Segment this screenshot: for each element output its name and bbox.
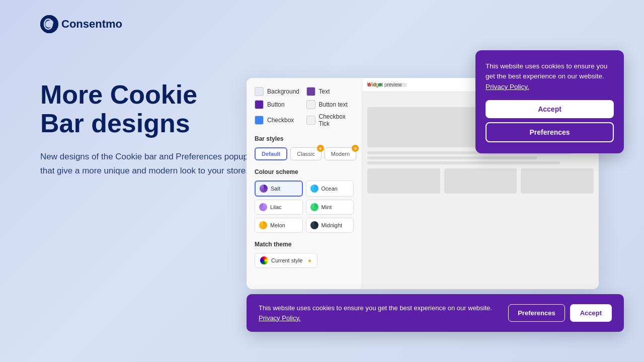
swatch-checkbox-tick[interactable]: Checkbox Tick xyxy=(306,113,354,127)
preview-line-3 xyxy=(367,161,560,164)
main-heading: More Cookie Bar designs xyxy=(40,80,252,138)
preview-col-3 xyxy=(521,168,594,196)
match-theme-button[interactable]: Current style ★ xyxy=(255,253,317,268)
colour-melon-dot xyxy=(259,221,267,229)
bar-buttons: Preferences Accept xyxy=(508,304,612,322)
popup-preferences-button[interactable]: Preferences xyxy=(486,122,614,142)
bar-styles-title: Bar styles xyxy=(255,135,354,142)
svg-point-0 xyxy=(40,15,58,33)
swatch-checkbox-box xyxy=(255,116,264,125)
preview-col-block-3 xyxy=(521,168,594,194)
swatch-checkbox-tick-box xyxy=(306,116,315,125)
colour-grid: Salt Ocean Lilac Mint Melon Midnight xyxy=(255,180,354,233)
preview-col-block-1 xyxy=(367,168,440,194)
swatch-button[interactable]: Button xyxy=(255,100,302,109)
colour-ocean-dot xyxy=(310,185,318,193)
style-modern-button[interactable]: Modern ★ xyxy=(325,147,356,160)
colour-salt[interactable]: Salt xyxy=(255,180,303,197)
settings-panel: Background Text Button Button text Check… xyxy=(247,78,362,289)
preview-col-1 xyxy=(367,168,440,196)
preview-col-block-2 xyxy=(444,168,517,194)
style-classic-button[interactable]: Classic ★ xyxy=(290,147,321,160)
hero-subtext: New designs of the Cookie bar and Prefer… xyxy=(40,150,252,177)
swatch-background-box xyxy=(255,87,264,96)
brand-name: Consentmo xyxy=(61,18,122,31)
style-default-button[interactable]: Default xyxy=(255,147,287,160)
swatch-button-text[interactable]: Button text xyxy=(306,100,354,109)
svg-point-2 xyxy=(48,20,53,25)
colour-mint[interactable]: Mint xyxy=(306,200,354,215)
colour-midnight[interactable]: Midnight xyxy=(306,218,354,233)
swatch-button-text-box xyxy=(306,100,315,109)
colour-salt-dot xyxy=(260,185,268,193)
bar-privacy-link[interactable]: Privacy Policy. xyxy=(259,314,301,322)
preview-col-2 xyxy=(444,168,517,196)
logo-icon xyxy=(40,15,58,33)
swatch-text-box xyxy=(306,87,315,96)
colour-scheme-title: Colour scheme xyxy=(255,168,354,175)
bar-styles: Default Classic ★ Modern ★ xyxy=(255,147,354,160)
colour-melon[interactable]: Melon xyxy=(255,218,303,233)
colour-midnight-dot xyxy=(310,221,318,229)
colour-mint-dot xyxy=(310,203,318,211)
match-theme-badge: ★ xyxy=(307,258,312,263)
star-badge-modern: ★ xyxy=(352,145,359,152)
bar-preferences-button[interactable]: Preferences xyxy=(508,304,565,322)
match-theme-title: Match theme xyxy=(255,241,354,248)
preview-line-2 xyxy=(367,156,537,159)
star-badge-classic: ★ xyxy=(317,145,324,152)
widget-preview-label: Widget preview xyxy=(367,82,401,87)
match-theme-label: Current style xyxy=(271,257,302,263)
swatch-background[interactable]: Background xyxy=(255,87,302,96)
header: Consentmo xyxy=(40,15,122,33)
popup-accept-button[interactable]: Accept xyxy=(486,100,614,118)
swatch-button-box xyxy=(255,100,264,109)
popup-text: This website uses cookies to ensure you … xyxy=(486,61,614,92)
hero-section: More Cookie Bar designs New designs of t… xyxy=(40,80,252,177)
bar-text: This website uses cookies to ensure you … xyxy=(259,303,508,323)
cookie-bar-bottom: This website uses cookies to ensure you … xyxy=(247,294,624,332)
colour-ocean[interactable]: Ocean xyxy=(306,180,354,197)
swatch-checkbox[interactable]: Checkbox xyxy=(255,113,302,127)
colour-lilac[interactable]: Lilac xyxy=(255,200,303,215)
swatch-text[interactable]: Text xyxy=(306,87,354,96)
preview-cols xyxy=(367,168,594,196)
cookie-popup-top: This website uses cookies to ensure you … xyxy=(475,50,624,153)
color-swatches: Background Text Button Button text Check… xyxy=(255,87,354,127)
theme-icon xyxy=(260,256,268,264)
popup-privacy-link[interactable]: Privacy Policy. xyxy=(486,83,529,90)
bar-accept-button[interactable]: Accept xyxy=(570,304,612,322)
colour-lilac-dot xyxy=(259,203,267,211)
